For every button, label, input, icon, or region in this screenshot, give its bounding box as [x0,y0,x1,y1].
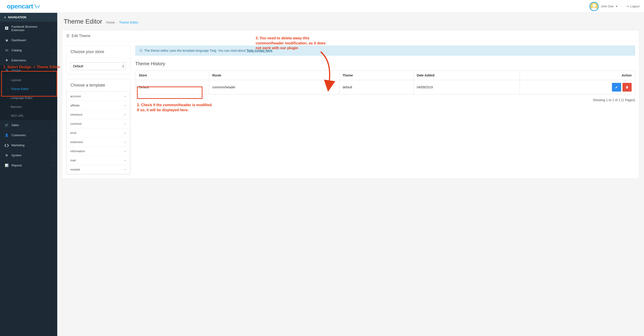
info-icon: ⓘ [139,48,142,53]
nav-item-system[interactable]: ⚙ System › [0,150,57,160]
facebook-icon: f [4,26,9,30]
nav-item-sales[interactable]: 🛒 Sales › [0,120,57,130]
left-column: Choose your store Default ▴▾ [66,45,130,174]
chevron-right-icon: › [53,69,54,72]
page-title: Theme Editor [64,18,102,25]
subnav-label: Theme Editor [11,87,29,91]
template-item[interactable]: checkout→ [67,110,130,119]
chart-icon: 📊 [4,164,9,167]
panel-edit-theme: ☰ Edit Theme Choose your store Default [62,30,640,179]
nav-item-design[interactable]: 🖥 Design › [0,65,57,75]
nav-title: ≡ NAVIGATION [0,13,57,22]
template-item[interactable]: account→ [67,91,130,101]
chevron-right-icon: › [53,49,54,52]
chevron-right-icon: › [53,164,54,167]
nav-label: Catalog [12,48,22,52]
th-date: Date Added [414,71,520,80]
arrow-right-icon: → [123,168,126,171]
template-list: account→affiliate→checkout→common→error→… [66,91,130,174]
avatar-icon [590,2,599,11]
store-select-wrap: Default ▴▾ [70,62,126,70]
arrow-right-icon: → [123,122,126,125]
nav-item-extensions[interactable]: ✚ Extensions › [0,55,57,65]
template-item[interactable]: module→ [67,165,130,174]
nav-label: Marketing [12,143,24,147]
user-menu[interactable]: John Doe ▾ [586,0,622,13]
template-item[interactable]: information→ [67,146,130,156]
nav-item-dashboard[interactable]: ◉ Dashboard [0,35,57,45]
share-icon: ❮❯ [4,143,9,147]
subnav-label: Banners [11,105,22,108]
gear-icon: ⚙ [4,154,9,157]
arrow-right-icon: → [123,159,126,162]
subnav-layouts[interactable]: »Layouts [0,75,57,84]
template-label: extension [70,140,83,144]
subnav-theme-editor[interactable]: »Theme Editor [0,84,57,93]
template-label: account [70,94,81,98]
chevron-right-icon: › [53,124,54,127]
brand-logo[interactable]: opencart [7,3,40,10]
store-select[interactable]: Default [70,62,126,70]
panel-heading: ☰ Edit Theme [62,30,639,41]
user-name: John Doe [601,4,614,8]
template-label: module [70,168,80,171]
tags-icon: 🏷 [4,48,9,52]
theme-history-title: Theme History [135,61,635,66]
th-theme: Theme [339,71,414,80]
card-title: Choose a template [66,79,130,91]
twig-syntax-link[interactable]: Twig syntax here [247,49,272,52]
template-label: error [70,131,76,135]
chevron-right-icon: › [53,144,54,147]
cell-action [520,80,635,94]
subnav-seo-url[interactable]: »SEO URL [0,111,57,120]
template-label: common [70,122,82,125]
topbar-right: John Doe ▾ ↪ Logout [586,0,640,13]
th-route: Route [209,71,339,80]
card-title: Choose your store [66,46,130,58]
nav-title-text: NAVIGATION [8,15,26,19]
nav-item-marketing[interactable]: ❮❯ Marketing › [0,140,57,150]
caret-down-icon: ▾ [616,4,618,8]
th-store: Store [136,71,209,80]
svg-point-0 [36,7,37,8]
nav-item-reports[interactable]: 📊 Reports › [0,160,57,171]
chevron-right-icon: › [53,134,54,137]
logout-button[interactable]: ↪ Logout [621,4,640,8]
th-action: Action [520,71,635,80]
template-item[interactable]: error→ [67,128,130,137]
arrow-right-icon: → [123,94,126,98]
edit-button[interactable] [612,83,621,91]
puzzle-icon: ✚ [4,59,9,62]
breadcrumb-current[interactable]: Theme Editor [119,20,138,24]
subnav-banners[interactable]: »Banners [0,102,57,111]
logout-icon: ↪ [626,4,629,8]
alert-prefix: The theme editor uses the template langu… [144,49,247,52]
delete-button[interactable] [622,83,632,91]
template-item[interactable]: mail→ [67,156,130,165]
breadcrumb-home[interactable]: Home [106,20,115,24]
subnav-label: Layouts [11,78,21,82]
page-header: Theme Editor Home › Theme Editor [57,13,644,30]
nav-item-catalog[interactable]: 🏷 Catalog › [0,45,57,55]
svg-text:f: f [6,27,7,29]
double-chevron-icon: » [7,106,8,108]
template-item[interactable]: extension→ [67,137,130,146]
nav-item-customers[interactable]: 👤 Customers › [0,130,57,140]
template-item[interactable]: affiliate→ [67,101,130,110]
cell-store: Default [136,80,209,94]
double-chevron-icon: » [7,115,8,117]
nav-label: System [12,154,21,157]
cell-date: 04/09/2019 [414,80,520,94]
arrow-right-icon: → [123,140,126,144]
breadcrumb-sep: › [116,21,117,24]
right-column: ⓘ The theme editor uses the template lan… [135,45,635,174]
nav-label: Dashboard [12,38,26,42]
template-label: affiliate [70,104,80,107]
nav-item-facebook[interactable]: f Facebook Business Extension › [0,22,57,35]
history-table: Store Route Theme Date Added Action Defa… [135,70,635,94]
template-item[interactable]: common→ [67,119,130,128]
chevron-right-icon: › [53,154,54,157]
alert-suffix: . [272,49,273,52]
design-subnav: »Layouts »Theme Editor »Language Editor … [0,75,57,120]
subnav-language-editor[interactable]: »Language Editor [0,93,57,102]
